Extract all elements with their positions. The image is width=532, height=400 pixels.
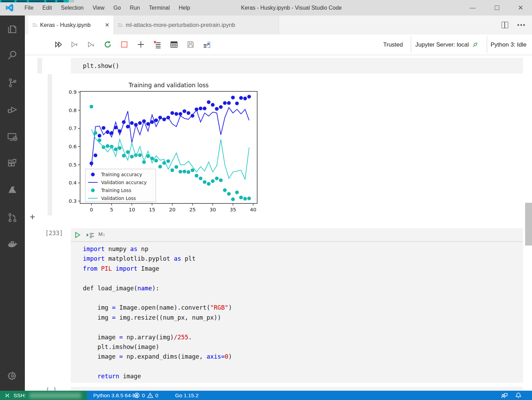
menu-go[interactable]: Go (109, 0, 125, 16)
variable-explorer-icon[interactable] (170, 40, 178, 49)
notebook-toolbar: Trusted Jupyter Server: local Python 3: … (25, 34, 532, 55)
tab-ml-attacks[interactable]: ml-attacks-more-perturbation-pretrain.ip… (114, 16, 279, 34)
svg-text:0.5: 0.5 (69, 162, 77, 168)
editor-scrollbar[interactable] (525, 55, 532, 391)
extensions-icon[interactable] (7, 158, 18, 170)
code-line: import numpy as np (83, 244, 523, 254)
go-version-status[interactable]: Go 1.15.2 (175, 391, 199, 400)
cell-toolbar: M↓ (71, 228, 523, 242)
run-debug-icon[interactable] (7, 104, 18, 116)
notebook-file-icon (118, 23, 123, 28)
change-to-markdown-icon[interactable]: M↓ (98, 231, 105, 237)
jupyter-server-status[interactable]: Jupyter Server: local (415, 34, 478, 55)
export-notebook-icon[interactable] (203, 40, 212, 49)
execution-count: [233] (45, 230, 63, 237)
python-interpreter-status[interactable]: Python 3.8.5 64-bit (93, 391, 138, 400)
training-validation-loss-chart: Training and validation loss0.30.40.50.6… (67, 82, 264, 214)
restart-kernel-icon[interactable] (103, 40, 112, 49)
azure-icon[interactable] (7, 184, 18, 196)
svg-text:20: 20 (169, 207, 175, 212)
svg-text:Validation Loss: Validation Loss (101, 196, 136, 201)
code-editor-area[interactable]: import numpy as npimport matplotlib.pypl… (83, 244, 523, 381)
warnings-icon (147, 392, 153, 398)
svg-text:Training Loss: Training Loss (101, 188, 131, 193)
run-cell-icon[interactable] (74, 231, 81, 240)
svg-text:0.8: 0.8 (69, 108, 77, 113)
cell-gutter-bar[interactable] (37, 58, 42, 73)
svg-text:0.9: 0.9 (69, 89, 77, 95)
svg-text:15: 15 (149, 207, 155, 212)
feedback-icon[interactable] (501, 392, 508, 400)
scrollbar-thumb[interactable] (525, 203, 532, 246)
problems-status[interactable]: 0 0 (134, 391, 158, 400)
remote-ssh-indicator[interactable]: SSH: (0, 391, 87, 400)
maximize-button[interactable] (491, 0, 503, 16)
tab-keras-husky[interactable]: Keras - Husky.ipynb ✕ (28, 16, 114, 34)
run-all-cells-icon[interactable] (54, 40, 63, 49)
code-line: return image (83, 371, 523, 381)
explorer-icon[interactable] (7, 23, 18, 35)
errors-count: 0 (142, 391, 145, 400)
svg-text:0.6: 0.6 (69, 144, 77, 149)
vscode-logo-icon (5, 3, 14, 12)
window-title: Keras - Husky.ipynb - Visual Studio Code (241, 0, 342, 16)
tab-close-icon[interactable]: ✕ (105, 22, 109, 28)
split-editor-icon[interactable] (502, 22, 508, 28)
code-line: img = img.resize((num_px, num_px)) (83, 313, 523, 322)
insert-cell-icon[interactable] (136, 40, 145, 49)
svg-text:25: 25 (189, 207, 195, 212)
vscode-window: File Edit Selection View Go Run Terminal… (0, 0, 532, 400)
search-icon[interactable] (7, 49, 18, 61)
github-pull-requests-icon[interactable] (7, 212, 18, 223)
code-line: def load_image(name): (83, 283, 523, 293)
plug-icon (472, 41, 478, 48)
svg-text:Training and validation loss: Training and validation loss (128, 82, 209, 89)
svg-text:30: 30 (210, 207, 216, 212)
background-window-sliver (0, 0, 74, 2)
code-line (83, 322, 523, 332)
code-line: plt.show() (83, 61, 523, 71)
close-button[interactable]: ✕ (515, 0, 526, 16)
settings-gear-icon[interactable] (7, 370, 18, 382)
svg-text:35: 35 (230, 207, 236, 212)
source-control-icon[interactable] (7, 77, 18, 89)
code-line: image = np.expand_dims(image, axis=0) (83, 352, 523, 361)
add-cell-button[interactable]: + (28, 212, 37, 222)
remote-explorer-icon[interactable] (7, 131, 18, 143)
more-actions-icon[interactable]: ••• (517, 23, 526, 27)
code-line: import matplotlib.pyplot as plt (83, 254, 523, 263)
kernel-status[interactable]: Python 3: Idle (491, 34, 526, 55)
trusted-status[interactable]: Trusted (383, 34, 403, 55)
activity-bar (0, 16, 25, 391)
menu-run[interactable]: Run (125, 0, 144, 16)
docker-icon[interactable] (7, 238, 18, 250)
editor-tab-bar: Keras - Husky.ipynb ✕ ml-attacks-more-pe… (25, 16, 532, 34)
interrupt-kernel-icon[interactable] (120, 40, 129, 49)
svg-text:40: 40 (250, 207, 256, 212)
svg-text:0.3: 0.3 (69, 198, 77, 204)
menu-view[interactable]: View (88, 0, 109, 16)
code-line: image = np.array(img)/255. (83, 332, 523, 342)
run-cells-above-icon[interactable] (70, 40, 79, 49)
minimize-button[interactable]: — (467, 0, 478, 16)
run-cell-and-below-icon[interactable] (87, 40, 96, 49)
code-cell-imports[interactable]: import numpy as npimport matplotlib.pypl… (71, 242, 523, 383)
svg-text:0: 0 (90, 207, 93, 212)
execution-count-empty: [ ] (46, 387, 57, 391)
tab-label: Keras - Husky.ipynb (40, 22, 90, 28)
code-editor-area[interactable]: plt.show() (83, 61, 523, 71)
menu-terminal[interactable]: Terminal (144, 0, 174, 16)
run-below-icon[interactable] (86, 231, 95, 240)
notifications-bell-icon[interactable] (515, 392, 522, 400)
code-line (83, 273, 523, 283)
menu-help[interactable]: Help (174, 0, 195, 16)
code-cell-plt-show[interactable]: plt.show() (71, 58, 523, 73)
errors-icon (134, 392, 140, 398)
notebook-editor: plt.show() Training and validation loss0… (25, 55, 525, 391)
save-notebook-icon[interactable] (186, 40, 195, 49)
ssh-host-redacted (29, 393, 81, 398)
clear-outputs-icon[interactable] (153, 40, 162, 49)
output-gutter-bar[interactable] (48, 74, 52, 216)
status-bar: SSH: Python 3.8.5 64-bit 0 0 Go 1.15.2 (0, 391, 532, 400)
next-cell-toolbar-sliver (71, 387, 523, 391)
